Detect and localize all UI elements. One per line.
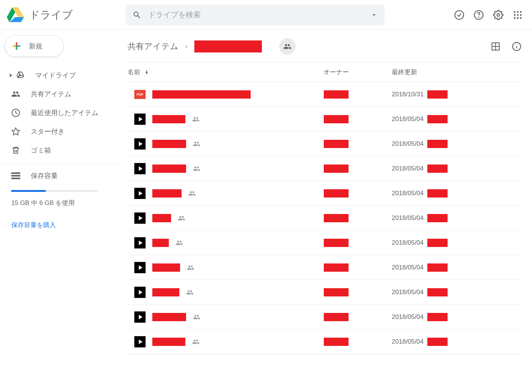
offline-ready-icon[interactable] xyxy=(454,10,464,20)
file-owner-cell xyxy=(302,140,370,148)
shared-indicator-icon xyxy=(193,165,200,172)
file-row[interactable]: 2018/05/04 xyxy=(126,329,521,354)
info-icon[interactable] xyxy=(512,42,521,51)
file-name-redacted xyxy=(152,338,185,346)
svg-point-0 xyxy=(455,10,463,19)
file-owner-redacted xyxy=(324,263,349,272)
svg-point-3 xyxy=(497,13,500,16)
svg-point-5 xyxy=(517,11,519,13)
file-row[interactable]: 2018/05/04 xyxy=(126,255,521,280)
sidebar-item-shared[interactable]: 共有アイテム xyxy=(0,85,118,103)
file-owner-cell xyxy=(302,239,370,247)
search-bar[interactable] xyxy=(126,4,385,25)
people-chip[interactable] xyxy=(279,38,296,55)
search-input[interactable] xyxy=(148,10,364,19)
file-row[interactable]: 2018/05/04 xyxy=(126,132,521,156)
file-modified-cell: 2018/05/04 xyxy=(370,313,521,321)
file-name-redacted xyxy=(152,288,179,296)
column-owner[interactable]: オーナー xyxy=(302,68,370,76)
file-name-cell xyxy=(126,188,302,199)
file-row[interactable]: 2018/05/04 xyxy=(126,206,521,230)
sidebar-item-label: 最近使用したアイテム xyxy=(31,108,98,117)
file-row[interactable]: 2018/05/04 xyxy=(126,280,521,305)
file-row[interactable]: 2018/05/04 xyxy=(126,181,521,206)
file-row[interactable]: 2018/05/04 xyxy=(126,230,521,255)
dropdown-icon[interactable] xyxy=(370,11,378,19)
file-modified-date: 2018/05/04 xyxy=(392,239,424,247)
storage-text: 15 GB 中 6 GB を使用 xyxy=(11,199,122,207)
svg-point-9 xyxy=(520,14,522,16)
video-icon xyxy=(134,287,146,298)
file-row[interactable]: PDF2018/10/31 xyxy=(126,82,521,107)
help-icon[interactable] xyxy=(473,10,484,20)
file-modified-date: 2018/05/04 xyxy=(392,313,424,321)
logo-section[interactable]: ドライブ xyxy=(7,6,121,24)
file-owner-cell xyxy=(302,338,370,346)
video-icon xyxy=(134,262,146,273)
svg-point-2 xyxy=(478,17,479,17)
file-owner-cell xyxy=(302,288,370,296)
file-modified-date: 2018/05/04 xyxy=(392,140,424,148)
storage-row[interactable]: 保存容量 xyxy=(11,171,122,180)
file-owner-redacted xyxy=(324,140,349,148)
file-name-redacted xyxy=(152,239,169,247)
file-modified-cell: 2018/05/04 xyxy=(370,189,521,197)
recent-icon xyxy=(11,108,20,117)
file-owner-redacted xyxy=(324,338,349,346)
file-row[interactable]: 2018/05/04 xyxy=(126,107,521,132)
svg-point-7 xyxy=(514,14,516,16)
mydrive-icon xyxy=(16,71,25,80)
file-modified-cell: 2018/10/31 xyxy=(370,90,521,99)
nav-list: マイドライブ 共有アイテム 最近使用したアイテム スター付き ゴミ箱 xyxy=(0,66,122,160)
file-name-cell xyxy=(126,262,302,273)
video-icon xyxy=(134,336,146,347)
shared-icon xyxy=(11,90,20,99)
new-button[interactable]: 新規 xyxy=(5,35,64,57)
storage-bar-used xyxy=(11,190,46,192)
sidebar-item-starred[interactable]: スター付き xyxy=(0,122,118,141)
file-name-redacted xyxy=(152,140,186,148)
file-modified-cell: 2018/05/04 xyxy=(370,338,521,346)
file-name-cell xyxy=(126,237,302,248)
file-row[interactable]: 2018/05/04 xyxy=(126,156,521,181)
file-modified-date: 2018/05/04 xyxy=(392,264,424,271)
column-name[interactable]: 名前 xyxy=(126,68,302,76)
file-modified-date: 2018/05/04 xyxy=(392,115,424,123)
file-modified-cell: 2018/05/04 xyxy=(370,239,521,247)
sidebar-item-trash[interactable]: ゴミ箱 xyxy=(0,141,118,160)
storage-icon xyxy=(11,171,20,180)
breadcrumb-root[interactable]: 共有アイテム xyxy=(128,41,179,52)
column-modified[interactable]: 最終更新 xyxy=(370,68,521,76)
sidebar-item-label: ゴミ箱 xyxy=(31,146,51,155)
breadcrumb-dropdown-icon[interactable] xyxy=(266,43,272,49)
shared-indicator-icon xyxy=(192,115,200,123)
file-owner-redacted xyxy=(324,115,349,123)
apps-grid-icon[interactable] xyxy=(512,10,523,20)
file-name-cell: PDF xyxy=(126,90,302,99)
column-owner-label: オーナー xyxy=(323,69,349,76)
file-modified-cell: 2018/05/04 xyxy=(370,140,521,148)
buy-storage-link[interactable]: 保存容量を購入 xyxy=(11,221,122,229)
file-row[interactable]: 2018/05/04 xyxy=(126,305,521,329)
sidebar-item-recent[interactable]: 最近使用したアイテム xyxy=(0,103,118,122)
svg-point-4 xyxy=(514,11,516,13)
file-modified-date: 2018/05/04 xyxy=(392,165,424,172)
file-owner-redacted xyxy=(324,288,349,296)
file-modified-date: 2018/10/31 xyxy=(392,91,424,98)
breadcrumb-folder-redacted[interactable] xyxy=(194,40,262,52)
grid-view-icon[interactable] xyxy=(491,42,500,51)
storage-label: 保存容量 xyxy=(31,171,58,180)
sidebar-divider xyxy=(0,163,122,164)
file-modified-cell: 2018/05/04 xyxy=(370,263,521,272)
sidebar-item-label: スター付き xyxy=(31,127,65,136)
column-modified-label: 最終更新 xyxy=(392,69,417,76)
expand-triangle-icon[interactable] xyxy=(9,73,13,77)
shared-indicator-icon xyxy=(176,239,183,247)
trash-icon xyxy=(11,146,20,155)
svg-point-11 xyxy=(517,17,519,19)
main: 共有アイテム 名前 オーナー 最終更新 PDF2018/10/312018/05… xyxy=(122,30,532,354)
file-name-cell xyxy=(126,212,302,224)
sidebar-item-mydrive[interactable]: マイドライブ xyxy=(0,66,118,85)
svg-rect-16 xyxy=(11,178,20,179)
settings-icon[interactable] xyxy=(493,10,503,20)
